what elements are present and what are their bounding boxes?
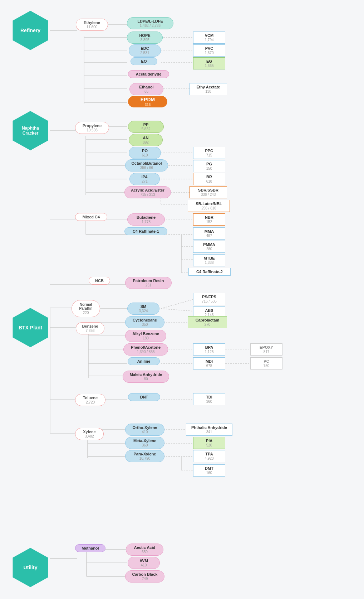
- benzene-node: Benzene 7,856: [76, 322, 104, 334]
- pia-rect: PIA 520: [193, 437, 225, 449]
- mixed-c4-node: Mixed C4: [75, 213, 107, 221]
- avm-node: AVM 410: [128, 557, 160, 569]
- ncb-node: NCB: [89, 277, 110, 285]
- pp-node: PP 5,832: [128, 121, 164, 133]
- sm-node: SM 3,324: [127, 303, 159, 315]
- refinery-hex: Refinery: [11, 11, 50, 50]
- ortho-xylene-node: Ortho-Xylene 410: [125, 424, 164, 436]
- mdi-rect: MDI 678: [193, 357, 225, 369]
- dmt-rect: DMT 160: [193, 464, 225, 477]
- utility-hex: Utility: [11, 548, 50, 587]
- eo-node: EO: [131, 57, 157, 65]
- nbr-rect: NBR 152: [193, 213, 225, 226]
- ppg-rect: PPG 715: [193, 147, 225, 159]
- acrylic-acid-node: Acrylic Acid/Ester 715 / 213: [124, 186, 171, 198]
- xylene-node: Xylene 3,482: [75, 428, 104, 440]
- para-xylene-node: Para-Xylene 10,790: [125, 450, 164, 462]
- epoxy-rect: EPOXY 817: [250, 343, 282, 356]
- bpa-rect: BPA 1,125: [193, 343, 225, 356]
- br-rect: BR 618: [193, 173, 225, 185]
- tpa-rect: TPA 4,920: [193, 450, 225, 462]
- butadiene-node: Butadiene 1,778: [127, 213, 165, 226]
- sb-latex-nbl-rect: SB-Latex/NBL 256 / 810: [188, 200, 230, 212]
- mma-rect: MMA 497: [193, 227, 225, 240]
- ethy-acetate-rect: Ethy Acetate 130: [190, 83, 227, 95]
- methanol-node: Methanol: [75, 544, 105, 552]
- naphtha-hex: Naphtha Cracker: [11, 111, 50, 150]
- ipa-node: IPA 271: [129, 173, 160, 185]
- pvc-rect: PVC 1,670: [193, 44, 225, 57]
- toluene-node: Toluene 2,720: [75, 394, 105, 406]
- aniline-node: Aniline: [128, 357, 160, 365]
- edc-node: EDC 2,531: [129, 44, 161, 57]
- meta-xylene-node: Meta-Xylene 360: [125, 437, 164, 449]
- diagram-container: Refinery Naphtha Cracker BTX Plant Utili…: [0, 0, 364, 14]
- c4-raff2-rect: C4 Raffinate-2: [188, 268, 231, 276]
- phthalic-anhydride-rect: Phthalic Anhydride 341: [186, 424, 232, 436]
- po-node: PO 610: [129, 147, 161, 159]
- alkyl-benzene-node: Alkyl Benzene 180: [125, 330, 166, 342]
- epdm-node: EPDM 316: [128, 96, 167, 107]
- carbon-black-node: Carbon Black 749: [125, 570, 164, 583]
- ethanol-node: Ethanol 66: [129, 83, 163, 95]
- phenol-acetone-node: Phenol/Acetone 1,390 / 855: [123, 343, 168, 356]
- dnt-node: DNT: [128, 393, 160, 401]
- acetaldehyde-node: Acetaldehyde: [128, 70, 169, 78]
- c4-raff1-node: C4 Raffinate-1: [124, 227, 167, 235]
- mtbe-rect: MTBE 1,338: [193, 254, 225, 266]
- ps-eps-rect: PS/EPS 716 / 535: [193, 293, 225, 305]
- cyclohexane-node: Cyclohexane 350: [125, 316, 164, 328]
- pg-rect: PG 150: [193, 160, 225, 172]
- aectic-acid-node: Aectic Acid 650: [126, 544, 163, 556]
- octanol-butanol-node: Octanol/Butanol 356 / 66: [125, 159, 168, 172]
- ldpe-node: LDPE/L-LDFE 1,462 / 2,736: [127, 17, 173, 29]
- an-node: AN 892: [129, 134, 163, 146]
- connector-lines: [0, 0, 364, 14]
- sbr-ssbr-rect: SBR/SSBR 336 / 243: [190, 186, 227, 198]
- normal-paraffin-node: NormalParaffin 220: [72, 300, 100, 317]
- vcm-rect: VCM 1,794: [193, 32, 225, 44]
- btx-hex: BTX Plant: [11, 308, 50, 347]
- patroleum-resin-node: Patroleum Resin 251: [125, 277, 172, 289]
- maleic-anhydride-node: Maleic Anhydride 80: [123, 371, 169, 383]
- eg-rect: EG 1,665: [193, 57, 225, 69]
- pmma-rect: PMMA 280: [193, 241, 225, 253]
- ethylene-node: Ethylene 11,800: [76, 19, 108, 31]
- hope-node: HOPE 3,395: [127, 32, 163, 44]
- tdi-rect: TDI 360: [193, 393, 225, 405]
- pc-rect: PC 750: [250, 357, 282, 369]
- caprolactam-rect: Caprolactam 270: [188, 316, 227, 328]
- propylene-node: Propylene 10,503: [75, 122, 109, 134]
